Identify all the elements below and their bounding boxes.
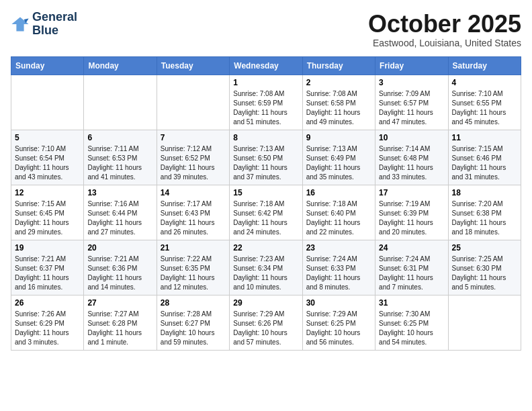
day-number: 24 [379,243,444,253]
day-info: Sunrise: 7:08 AM Sunset: 6:58 PM Dayligh… [306,89,371,127]
day-number: 2 [306,78,371,87]
calendar-week-row: 26Sunrise: 7:26 AM Sunset: 6:29 PM Dayli… [11,295,521,350]
page-header: General Blue October 2025 Eastwood, Loui… [11,11,521,48]
calendar-cell: 29Sunrise: 7:29 AM Sunset: 6:26 PM Dayli… [230,295,302,350]
calendar-cell: 15Sunrise: 7:18 AM Sunset: 6:42 PM Dayli… [230,185,302,240]
day-info: Sunrise: 7:16 AM Sunset: 6:44 PM Dayligh… [87,199,152,237]
day-number: 6 [87,133,152,142]
day-number: 23 [306,243,371,253]
calendar-cell: 5Sunrise: 7:10 AM Sunset: 6:54 PM Daylig… [11,130,84,185]
calendar-cell: 2Sunrise: 7:08 AM Sunset: 6:58 PM Daylig… [302,75,375,130]
day-info: Sunrise: 7:17 AM Sunset: 6:43 PM Dayligh… [161,199,226,237]
day-info: Sunrise: 7:13 AM Sunset: 6:50 PM Dayligh… [233,144,298,182]
day-info: Sunrise: 7:29 AM Sunset: 6:26 PM Dayligh… [233,310,298,347]
day-info: Sunrise: 7:18 AM Sunset: 6:42 PM Dayligh… [233,199,298,237]
day-info: Sunrise: 7:08 AM Sunset: 6:59 PM Dayligh… [233,89,298,127]
day-info: Sunrise: 7:27 AM Sunset: 6:28 PM Dayligh… [87,310,152,347]
day-info: Sunrise: 7:21 AM Sunset: 6:36 PM Dayligh… [87,255,152,292]
title-section: October 2025 Eastwood, Louisiana, United… [368,11,521,48]
logo: General Blue [11,11,77,38]
day-info: Sunrise: 7:21 AM Sunset: 6:37 PM Dayligh… [15,255,80,292]
calendar-header-saturday: Saturday [448,56,521,75]
calendar-cell: 6Sunrise: 7:11 AM Sunset: 6:53 PM Daylig… [84,130,157,185]
calendar-cell [84,75,157,130]
day-number: 14 [161,188,226,197]
calendar-cell: 9Sunrise: 7:13 AM Sunset: 6:49 PM Daylig… [302,130,375,185]
day-number: 28 [161,298,226,308]
day-number: 21 [161,243,226,253]
calendar-cell: 26Sunrise: 7:26 AM Sunset: 6:29 PM Dayli… [11,295,84,350]
calendar-header-friday: Friday [375,56,448,75]
calendar-cell: 4Sunrise: 7:10 AM Sunset: 6:55 PM Daylig… [448,75,521,130]
day-number: 20 [87,243,152,253]
day-info: Sunrise: 7:30 AM Sunset: 6:25 PM Dayligh… [379,310,444,347]
calendar-cell: 30Sunrise: 7:29 AM Sunset: 6:25 PM Dayli… [302,295,375,350]
day-info: Sunrise: 7:09 AM Sunset: 6:57 PM Dayligh… [379,89,444,127]
day-number: 17 [379,188,444,197]
day-info: Sunrise: 7:11 AM Sunset: 6:53 PM Dayligh… [87,144,152,182]
day-info: Sunrise: 7:12 AM Sunset: 6:52 PM Dayligh… [161,144,226,182]
day-info: Sunrise: 7:20 AM Sunset: 6:38 PM Dayligh… [452,199,517,237]
calendar-cell: 22Sunrise: 7:23 AM Sunset: 6:34 PM Dayli… [230,240,302,295]
calendar-header-wednesday: Wednesday [230,56,302,75]
calendar-cell: 23Sunrise: 7:24 AM Sunset: 6:33 PM Dayli… [302,240,375,295]
calendar-week-row: 1Sunrise: 7:08 AM Sunset: 6:59 PM Daylig… [11,75,521,130]
calendar-cell [448,295,521,350]
calendar-cell: 25Sunrise: 7:25 AM Sunset: 6:30 PM Dayli… [448,240,521,295]
calendar-cell: 27Sunrise: 7:27 AM Sunset: 6:28 PM Dayli… [84,295,157,350]
day-number: 7 [161,133,226,142]
calendar-week-row: 12Sunrise: 7:15 AM Sunset: 6:45 PM Dayli… [11,185,521,240]
day-info: Sunrise: 7:24 AM Sunset: 6:33 PM Dayligh… [306,255,371,292]
day-number: 30 [306,298,371,308]
calendar-cell: 8Sunrise: 7:13 AM Sunset: 6:50 PM Daylig… [230,130,302,185]
calendar-body: 1Sunrise: 7:08 AM Sunset: 6:59 PM Daylig… [11,75,521,350]
calendar-week-row: 5Sunrise: 7:10 AM Sunset: 6:54 PM Daylig… [11,130,521,185]
day-info: Sunrise: 7:13 AM Sunset: 6:49 PM Dayligh… [306,144,371,182]
day-info: Sunrise: 7:24 AM Sunset: 6:31 PM Dayligh… [379,255,444,292]
calendar-cell [157,75,229,130]
calendar-cell: 17Sunrise: 7:19 AM Sunset: 6:39 PM Dayli… [375,185,448,240]
day-info: Sunrise: 7:26 AM Sunset: 6:29 PM Dayligh… [15,310,80,347]
day-info: Sunrise: 7:29 AM Sunset: 6:25 PM Dayligh… [306,310,371,347]
calendar-header-row: SundayMondayTuesdayWednesdayThursdayFrid… [11,56,521,75]
day-number: 11 [452,133,517,142]
day-number: 22 [233,243,298,253]
day-number: 15 [233,188,298,197]
month-title: October 2025 [368,11,521,38]
calendar-header-thursday: Thursday [302,56,375,75]
calendar-cell: 16Sunrise: 7:18 AM Sunset: 6:40 PM Dayli… [302,185,375,240]
calendar-table: SundayMondayTuesdayWednesdayThursdayFrid… [11,56,521,351]
day-number: 1 [233,78,298,87]
calendar-cell: 31Sunrise: 7:30 AM Sunset: 6:25 PM Dayli… [375,295,448,350]
calendar-week-row: 19Sunrise: 7:21 AM Sunset: 6:37 PM Dayli… [11,240,521,295]
day-number: 10 [379,133,444,142]
day-info: Sunrise: 7:25 AM Sunset: 6:30 PM Dayligh… [452,255,517,292]
calendar-header-monday: Monday [84,56,157,75]
day-info: Sunrise: 7:19 AM Sunset: 6:39 PM Dayligh… [379,199,444,237]
logo-bird-icon [11,15,30,34]
calendar-cell: 11Sunrise: 7:15 AM Sunset: 6:46 PM Dayli… [448,130,521,185]
calendar-cell: 18Sunrise: 7:20 AM Sunset: 6:38 PM Dayli… [448,185,521,240]
calendar-cell: 21Sunrise: 7:22 AM Sunset: 6:35 PM Dayli… [157,240,229,295]
calendar-cell: 12Sunrise: 7:15 AM Sunset: 6:45 PM Dayli… [11,185,84,240]
day-number: 13 [87,188,152,197]
day-number: 5 [15,133,80,142]
day-info: Sunrise: 7:15 AM Sunset: 6:45 PM Dayligh… [15,199,80,237]
calendar-cell: 19Sunrise: 7:21 AM Sunset: 6:37 PM Dayli… [11,240,84,295]
calendar-cell: 10Sunrise: 7:14 AM Sunset: 6:48 PM Dayli… [375,130,448,185]
day-number: 27 [87,298,152,308]
calendar-header-sunday: Sunday [11,56,84,75]
calendar-cell: 24Sunrise: 7:24 AM Sunset: 6:31 PM Dayli… [375,240,448,295]
day-info: Sunrise: 7:23 AM Sunset: 6:34 PM Dayligh… [233,255,298,292]
day-number: 18 [452,188,517,197]
day-info: Sunrise: 7:10 AM Sunset: 6:55 PM Dayligh… [452,89,517,127]
day-number: 29 [233,298,298,308]
calendar-cell: 1Sunrise: 7:08 AM Sunset: 6:59 PM Daylig… [230,75,302,130]
calendar-cell: 20Sunrise: 7:21 AM Sunset: 6:36 PM Dayli… [84,240,157,295]
day-number: 4 [452,78,517,87]
calendar-cell: 3Sunrise: 7:09 AM Sunset: 6:57 PM Daylig… [375,75,448,130]
day-number: 12 [15,188,80,197]
calendar-cell: 14Sunrise: 7:17 AM Sunset: 6:43 PM Dayli… [157,185,229,240]
calendar-cell: 13Sunrise: 7:16 AM Sunset: 6:44 PM Dayli… [84,185,157,240]
day-number: 19 [15,243,80,253]
